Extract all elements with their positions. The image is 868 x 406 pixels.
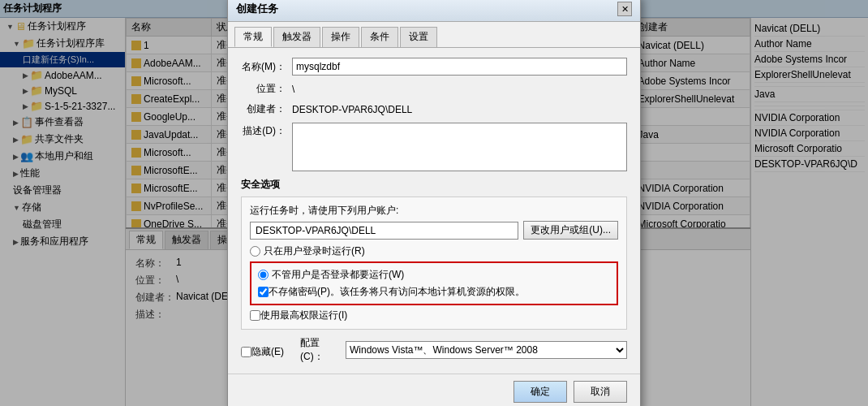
dialog-close-button[interactable]: ✕ (617, 2, 632, 16)
dialog-tab-general[interactable]: 常规 (234, 27, 272, 47)
radio-always-label: 不管用户是否登录都要运行(W) (272, 268, 404, 282)
dialog-titlebar: 创建任务 ✕ (228, 0, 640, 22)
dialog-title: 创建任务 (236, 2, 278, 16)
security-box: 运行任务时，请使用下列用户账户: 更改用户或组(U)... 只在用户登录时运行(… (241, 197, 627, 330)
config-label: 配置(C)： (300, 336, 341, 364)
form-location-value: \ (292, 84, 294, 95)
checkbox-no-password[interactable] (258, 287, 269, 297)
checkbox-hidden-label: 隐藏(E) (251, 345, 284, 359)
ok-button[interactable]: 确定 (513, 381, 567, 403)
checkbox-highest-privilege[interactable] (250, 310, 260, 321)
form-row-location: 位置： \ (241, 82, 627, 96)
cancel-button[interactable]: 取消 (574, 381, 627, 403)
radio-always-row: 不管用户是否登录都要运行(W) (258, 268, 610, 282)
radio-always[interactable] (258, 270, 269, 280)
modal-overlay: 创建任务 ✕ 常规 触发器 操作 条件 设置 名称(M)： 位置： \ 创建者： (0, 0, 868, 406)
form-row-name: 名称(M)： (241, 58, 627, 76)
security-user-row: 更改用户或组(U)... (250, 221, 618, 240)
radio-login-only-row: 只在用户登录时运行(R) (250, 244, 618, 258)
radio-login-only-label: 只在用户登录时运行(R) (264, 244, 365, 258)
dialog-tab-settings[interactable]: 设置 (400, 27, 437, 47)
dialog-tab-trigger[interactable]: 触发器 (273, 27, 320, 47)
create-task-dialog: 创建任务 ✕ 常规 触发器 操作 条件 设置 名称(M)： 位置： \ 创建者： (227, 0, 641, 406)
form-row-description: 描述(D)： (241, 123, 627, 171)
dialog-tab-action[interactable]: 操作 (322, 27, 359, 47)
checkbox-hidden[interactable] (241, 347, 251, 357)
form-location-label: 位置： (241, 82, 286, 96)
red-border-section: 不管用户是否登录都要运行(W) 不存储密码(P)。该任务将只有访问本地计算机资源… (250, 261, 618, 305)
form-creator-label: 创建者： (241, 102, 286, 116)
dialog-tab-condition[interactable]: 条件 (361, 27, 398, 47)
form-desc-textarea[interactable] (292, 123, 627, 171)
checkbox-highest-privilege-label: 使用最高权限运行(I) (260, 309, 347, 322)
form-name-label: 名称(M)： (241, 60, 286, 74)
form-name-input[interactable] (292, 58, 627, 76)
dialog-tabs: 常规 触发器 操作 条件 设置 (228, 22, 640, 48)
checkbox-no-password-row: 不存储密码(P)。该任务将只有访问本地计算机资源的权限。 (258, 285, 610, 299)
form-desc-label: 描述(D)： (241, 124, 286, 138)
form-creator-value: DESKTOP-VPAR6JQ\DELL (292, 104, 412, 115)
change-user-button[interactable]: 更改用户或组(U)... (523, 221, 618, 240)
config-select[interactable]: Windows Vista™、Windows Server™ 2008 (346, 341, 627, 359)
dialog-body: 名称(M)： 位置： \ 创建者： DESKTOP-VPAR6JQ\DELL 描… (228, 48, 640, 374)
form-row-creator: 创建者： DESKTOP-VPAR6JQ\DELL (241, 102, 627, 116)
run-as-label: 运行任务时，请使用下列用户账户: (250, 204, 618, 218)
radio-login-only[interactable] (250, 246, 260, 257)
user-account-input[interactable] (250, 222, 518, 240)
checkbox-hidden-row: 隐藏(E) (241, 345, 284, 359)
security-section-title: 安全选项 (241, 178, 627, 192)
dialog-footer: 确定 取消 (228, 374, 640, 406)
checkbox-no-password-label: 不存储密码(P)。该任务将只有访问本地计算机资源的权限。 (269, 285, 525, 299)
checkbox-highest-privilege-row: 使用最高权限运行(I) (250, 309, 618, 322)
